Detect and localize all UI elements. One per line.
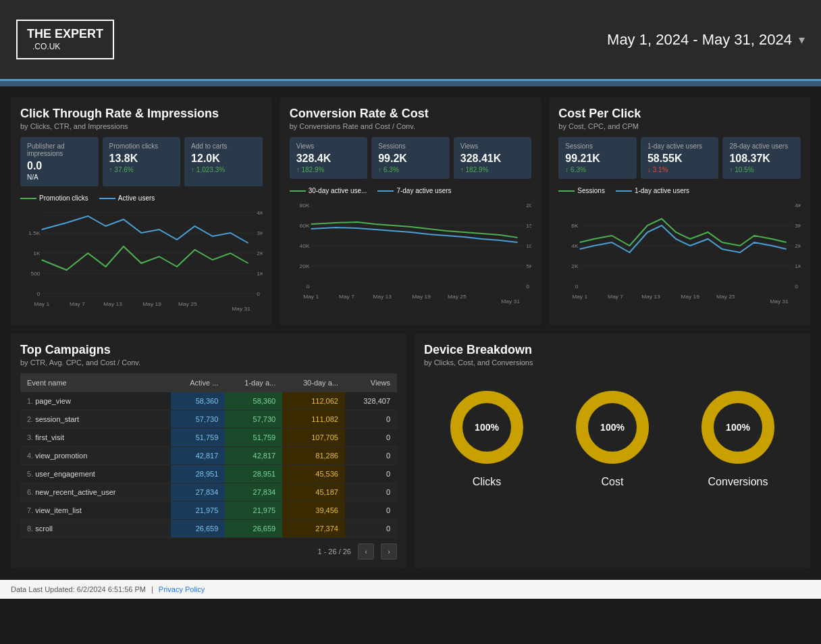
metric-card-views2: Views 328.41K ↑ 182.9% [454,137,532,179]
device-breakdown-panel: Device Breakdown by Clicks, Cost, and Co… [415,333,810,569]
svg-text:0: 0 [575,284,579,290]
mc-label: Sessions [378,142,443,150]
mc-value: 108.37K [729,153,794,165]
row-num-name: 5. user_engagement [20,465,171,483]
svg-text:4K: 4K [257,210,262,216]
row-event-name: page_view [35,397,71,405]
row-active: 21,975 [171,502,225,520]
footer: Data Last Updated: 6/2/2024 6:51:56 PM |… [0,580,821,599]
row-thirtydays: 45,187 [282,483,345,502]
row-event-name: session_start [35,415,79,423]
row-num-name: 8. scroll [20,520,171,538]
mc-label: Sessions [565,142,630,150]
row-number: 8. [27,525,33,533]
date-range[interactable]: May 1, 2024 - May 31, 2024 ▾ [607,31,805,49]
mc-label: Publisher ad impressions [27,142,92,157]
mc-change: ↑ 37.6% [109,166,174,173]
donut-cost-label: Cost [602,476,624,488]
row-views: 0 [345,465,397,483]
ctr-legend: Promotion clicks Active users [20,194,263,202]
mc-value: 328.4K [296,153,361,165]
mc-change: ↑ 6.3% [565,166,630,173]
legend-label: Promotion clicks [39,194,88,202]
ctr-metric-cards: Publisher ad impressions 0.0 N/A Promoti… [20,137,263,186]
mc-change: ↑ 10.5% [729,166,794,173]
cpc-subtitle: by Cost, CPC, and CPM [558,122,801,130]
bottom-section: Top Campaigns by CTR, Avg. CPC, and Cost… [11,333,810,569]
legend-line-blue [616,190,632,192]
svg-text:500: 500 [30,271,41,277]
row-active: 28,951 [171,465,225,483]
row-thirtydays: 107,705 [282,429,345,447]
donut-cost-svg: 100% [572,387,653,468]
conversion-panel: Conversion Rate & Cost by Conversions Ra… [280,97,541,325]
header: THE EXPERT .CO.UK May 1, 2024 - May 31, … [0,0,821,81]
conversion-subtitle: by Conversions Rate and Cost / Conv. [290,122,532,130]
pagination: 1 - 26 / 26 ‹ › [20,543,397,560]
row-number: 7. [27,506,33,514]
row-active: 58,360 [171,392,225,410]
row-number: 6. [27,488,33,496]
row-active: 42,817 [171,447,225,465]
svg-text:20K: 20K [526,203,531,209]
row-views: 0 [345,410,397,429]
row-event-name: view_item_list [35,506,81,514]
mc-value: 99.2K [378,153,443,165]
row-num-name: 7. view_item_list [20,502,171,520]
pagination-text: 1 - 26 / 26 [317,547,351,556]
donuts-row: 100% Clicks 100% Cost [424,387,801,488]
donut-conversions-label: Conversions [708,476,768,488]
legend-30day: 30-day active use... [290,187,367,194]
svg-text:6K: 6K [572,223,579,229]
mc-value: 0.0 [27,160,92,172]
row-views: 0 [345,520,397,538]
mc-label: Views [460,142,525,150]
svg-text:40K: 40K [299,243,310,249]
row-num-name: 6. new_recent_active_user [20,483,171,502]
mc-label: Add to carts [191,142,256,150]
mc-value: 13.8K [109,153,174,165]
pagination-prev-button[interactable]: ‹ [358,543,374,560]
donut-clicks: 100% Clicks [446,387,527,488]
legend-line-blue [99,198,115,199]
row-active: 57,730 [171,410,225,429]
row-views: 328,407 [345,392,397,410]
chevron-down-icon[interactable]: ▾ [799,32,805,47]
pagination-next-button[interactable]: › [381,543,397,560]
row-num-name: 2. session_start [20,410,171,429]
svg-text:May 31: May 31 [501,298,520,304]
campaigns-title: Top Campaigns [20,343,397,357]
donut-conversions: 100% Conversions [697,387,778,488]
row-event-name: new_recent_active_user [35,488,115,496]
mc-label: 28-day active users [729,142,794,150]
top-campaigns-panel: Top Campaigns by CTR, Avg. CPC, and Cost… [11,333,406,569]
cpc-panel: Cost Per Click by Cost, CPC, and CPM Ses… [549,97,810,325]
privacy-policy-link[interactable]: Privacy Policy [159,585,205,593]
logo-line1: THE EXPERT [27,26,103,42]
row-number: 3. [27,433,33,441]
row-thirtydays: 81,286 [282,447,345,465]
mc-change: ↑ 182.9% [296,166,361,173]
mc-change: ↓ 3.1% [647,166,712,173]
donut-cost: 100% Cost [572,387,653,488]
svg-text:4K: 4K [572,243,579,249]
svg-text:May 13: May 13 [373,294,392,300]
row-views: 0 [345,483,397,502]
legend-7day: 7-day active users [377,187,451,194]
conversion-chart: 30-day active use... 7-day active users … [290,187,532,308]
svg-text:1K: 1K [33,250,41,257]
legend-line-green [20,198,36,199]
row-event-name: view_promotion [35,452,87,460]
svg-text:May 13: May 13 [642,294,661,300]
svg-text:5K: 5K [526,263,531,269]
row-num-name: 4. view_promotion [20,447,171,465]
mc-change: N/A [27,173,92,181]
col-header-views: Views [345,373,397,392]
row-active: 26,659 [171,520,225,538]
mc-value: 99.21K [565,153,630,165]
logo: THE EXPERT .CO.UK [16,20,114,59]
svg-text:60K: 60K [299,223,310,229]
row-oneday: 58,360 [225,392,282,410]
table-header-row: Event name Active ... 1-day a... 30-day … [20,373,397,392]
metric-card-add-carts: Add to carts 12.0K ↑ 1,023.3% [184,137,263,186]
